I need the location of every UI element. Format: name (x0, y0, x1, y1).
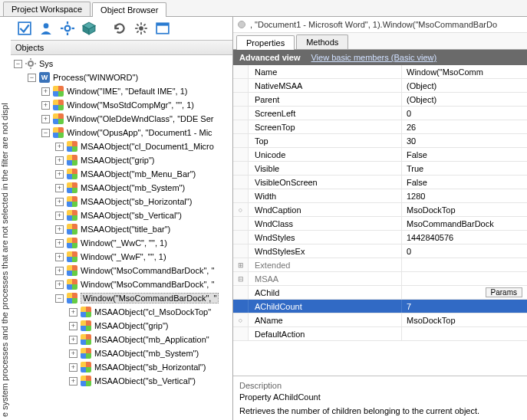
tree-label: MSAAObject("sb_Vertical") (81, 211, 182, 220)
expand-icon[interactable]: + (55, 143, 64, 151)
collapse-icon[interactable]: − (14, 60, 22, 68)
collapse-icon[interactable]: ⊟ (233, 272, 249, 285)
property-row[interactable]: DefaultAction (233, 327, 527, 341)
collapse-icon[interactable]: − (41, 129, 50, 137)
tool-user-icon[interactable] (37, 19, 55, 38)
tool-settings-icon[interactable] (132, 19, 150, 38)
property-row[interactable]: WndStyles1442840576 (233, 231, 527, 244)
property-value: 7 (402, 300, 527, 313)
tree-node[interactable]: +MSAAObject("grip") (11, 153, 232, 167)
tab-project-workspace[interactable]: Project Workspace (3, 2, 91, 16)
property-row[interactable]: Top30 (233, 134, 527, 148)
property-row[interactable]: Width1280 (233, 189, 527, 203)
property-grid[interactable]: NameWindow("MsoCommNativeMSAA(Object)Par… (233, 65, 527, 376)
expand-icon[interactable]: + (55, 253, 64, 261)
top-tabs: Project Workspace Object Browser (0, 0, 527, 17)
expand-icon[interactable]: + (69, 308, 77, 317)
expand-icon[interactable]: + (55, 198, 64, 206)
property-name: AChildCount (249, 300, 402, 313)
expand-icon[interactable]: + (55, 212, 64, 220)
tool-cube-icon[interactable] (80, 19, 98, 38)
expand-icon[interactable]: + (55, 184, 64, 192)
svg-point-7 (139, 26, 143, 31)
tree-node[interactable]: +MSAAObject("sb_Vertical") (11, 208, 232, 222)
property-value: 1280 (402, 189, 527, 202)
property-row[interactable]: ScreenLeft0 (233, 107, 527, 120)
property-row[interactable]: ○WndCaptionMsoDockTop (233, 203, 527, 217)
row-gutter (233, 231, 249, 244)
tree-node[interactable]: −WProcess("WINWORD") (11, 71, 232, 84)
tool-refresh-icon[interactable] (110, 19, 129, 38)
tab-properties[interactable]: Properties (236, 35, 295, 50)
tree-node[interactable]: +MSAAObject("sb_Horizontal") (11, 360, 232, 374)
tool-window-icon[interactable] (153, 19, 172, 38)
property-row[interactable]: Parent(Object) (233, 93, 527, 107)
tool-checkbox-icon[interactable] (15, 19, 34, 38)
tree-node[interactable]: +MSAAObject("title_bar") (11, 222, 232, 236)
tree-node[interactable]: +MSAAObject("cl_MsoDockTop" (11, 305, 232, 319)
expand-icon[interactable]: + (55, 239, 64, 248)
property-row[interactable]: NativeMSAA(Object) (233, 79, 527, 93)
property-section[interactable]: ⊟MSAA (233, 272, 527, 286)
expand-icon[interactable]: + (55, 281, 64, 289)
property-row[interactable]: WndClassMsoCommandBarDock (233, 217, 527, 231)
property-row[interactable]: VisibleOnScreenFalse (233, 176, 527, 189)
windows-flag-icon (80, 306, 92, 318)
row-gutter (233, 93, 249, 106)
expand-icon[interactable]: + (41, 87, 50, 96)
expand-icon[interactable]: + (41, 115, 50, 123)
expand-icon[interactable]: + (55, 170, 64, 179)
property-row[interactable]: VisibleTrue (233, 162, 527, 176)
tree-node[interactable]: +Window("IME", "Default IME", 1) (11, 84, 232, 98)
expand-icon[interactable]: ⊞ (233, 258, 249, 271)
tree-node[interactable]: +Window("OleDdeWndClass", "DDE Ser (11, 112, 232, 126)
tree-node[interactable]: +MSAAObiect("sb_Vertical") (11, 374, 232, 388)
property-row[interactable]: NameWindow("MsoComm (233, 65, 527, 79)
expand-icon[interactable]: + (41, 101, 50, 110)
property-row[interactable]: AChildParams (233, 286, 527, 300)
property-section[interactable]: ⊞Extended (233, 258, 527, 272)
tree-node[interactable]: +MSAAObject("cl_Document1_Micro (11, 139, 232, 153)
collapse-icon[interactable]: − (55, 294, 64, 303)
tree-node[interactable]: +Window("MsoCommandBarDock", " (11, 277, 232, 291)
tree-node[interactable]: −Sys (11, 57, 232, 71)
expand-icon[interactable]: + (69, 363, 77, 372)
expand-icon[interactable]: + (69, 336, 77, 344)
property-row[interactable]: AChildCount7 (233, 300, 527, 313)
object-tree[interactable]: −Sys−WProcess("WINWORD")+Window("IME", "… (11, 55, 232, 420)
property-name: WndStylesEx (249, 244, 402, 258)
property-row[interactable]: ○ANameMsoDockTop (233, 313, 527, 327)
expand-icon[interactable]: + (55, 225, 64, 234)
view-basic-link[interactable]: View basic members (Basic view) (311, 53, 436, 62)
tree-node[interactable]: +MSAAObject("mb_System") (11, 346, 232, 360)
property-row[interactable]: ScreenTop26 (233, 120, 527, 134)
windows-flag-icon (66, 278, 78, 290)
expand-icon[interactable]: + (69, 377, 77, 386)
expand-icon[interactable]: + (55, 156, 64, 165)
tree-node[interactable]: +MSAAObject("sb_Horizontal") (11, 195, 232, 208)
property-value: MsoDockTop (402, 313, 527, 326)
tool-gear-icon[interactable] (58, 19, 77, 38)
tree-node[interactable]: −Window("MsoCommandBarDock", " (11, 291, 232, 305)
tree-node[interactable]: +MSAAObject("grip") (11, 319, 232, 333)
tree-node[interactable]: +MSAAObject("mb_System") (11, 181, 232, 195)
description-header: Description (239, 381, 521, 390)
collapse-icon[interactable]: − (28, 74, 36, 82)
tree-node[interactable]: +Window("MsoStdCompMgr", "", 1) (11, 98, 232, 112)
windows-flag-icon (80, 347, 92, 359)
tree-node[interactable]: +Window("_WwF", "", 1) (11, 250, 232, 264)
expand-icon[interactable]: + (55, 267, 64, 275)
tree-node[interactable]: +Window("MsoCommandBarDock", " (11, 264, 232, 277)
property-row[interactable]: UnicodeFalse (233, 148, 527, 162)
tree-node[interactable]: −Window("OpusApp", "Document1 - Mic (11, 126, 232, 139)
tab-object-browser[interactable]: Object Browser (92, 2, 166, 17)
tab-methods[interactable]: Methods (296, 34, 348, 49)
tree-node[interactable]: +Window("_WwC", "", 1) (11, 236, 232, 250)
tree-label: MSAAObject("grip") (81, 156, 154, 165)
expand-icon[interactable]: + (69, 349, 77, 358)
tree-node[interactable]: +MSAAObject("mb_Menu_Bar") (11, 167, 232, 181)
property-row[interactable]: WndStylesEx0 (233, 244, 527, 258)
tree-node[interactable]: +MSAAObject("mb_Application" (11, 333, 232, 346)
expand-icon[interactable]: + (69, 322, 77, 330)
params-button[interactable]: Params (486, 287, 522, 297)
